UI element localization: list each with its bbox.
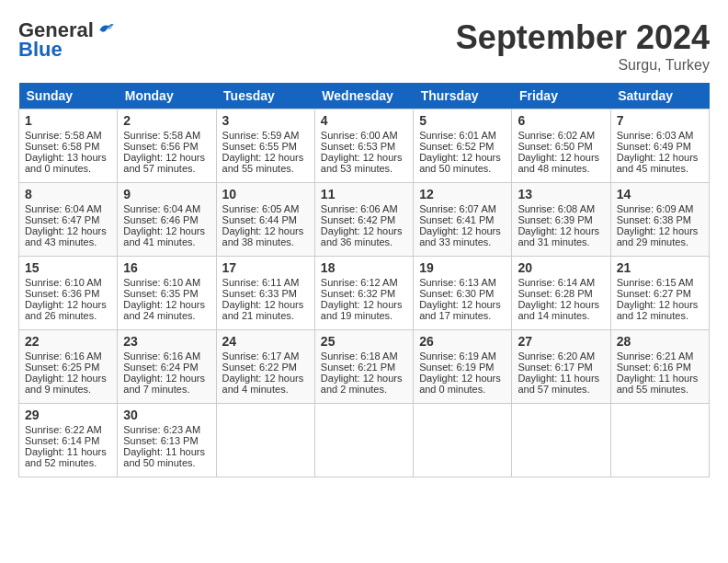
daylight-text: Daylight: 12 hours and 43 minutes. <box>25 225 107 247</box>
column-header-monday: Monday <box>118 83 216 109</box>
sunset-text: Sunset: 6:17 PM <box>518 362 592 373</box>
sunset-text: Sunset: 6:44 PM <box>222 214 297 225</box>
calendar-week-1: 1 Sunrise: 5:58 AM Sunset: 6:58 PM Dayli… <box>19 109 710 183</box>
calendar-week-5: 29 Sunrise: 6:22 AM Sunset: 6:14 PM Dayl… <box>19 404 710 477</box>
calendar-cell: 3 Sunrise: 5:59 AM Sunset: 6:55 PM Dayli… <box>216 109 314 183</box>
sunset-text: Sunset: 6:22 PM <box>222 362 297 373</box>
calendar-cell: 16 Sunrise: 6:10 AM Sunset: 6:35 PM Dayl… <box>118 257 216 330</box>
calendar-cell: 17 Sunrise: 6:11 AM Sunset: 6:33 PM Dayl… <box>216 257 314 330</box>
sunrise-text: Sunrise: 6:05 AM <box>222 203 300 214</box>
day-number: 13 <box>518 187 604 201</box>
calendar-cell: 4 Sunrise: 6:00 AM Sunset: 6:53 PM Dayli… <box>314 109 413 183</box>
calendar-week-4: 22 Sunrise: 6:16 AM Sunset: 6:25 PM Dayl… <box>19 330 710 404</box>
sunset-text: Sunset: 6:21 PM <box>321 362 395 373</box>
calendar-cell: 2 Sunrise: 5:58 AM Sunset: 6:56 PM Dayli… <box>118 109 216 183</box>
day-number: 26 <box>419 334 506 349</box>
daylight-text: Daylight: 12 hours and 7 minutes. <box>123 373 205 395</box>
daylight-text: Daylight: 12 hours and 19 minutes. <box>321 299 403 321</box>
day-number: 19 <box>419 260 506 275</box>
page-header: General Blue September 2024 Surgu, Turke… <box>18 18 710 74</box>
day-number: 18 <box>321 260 407 275</box>
calendar-cell: 1 Sunrise: 5:58 AM Sunset: 6:58 PM Dayli… <box>19 109 118 183</box>
daylight-text: Daylight: 11 hours and 50 minutes. <box>123 446 205 468</box>
sunset-text: Sunset: 6:24 PM <box>123 362 198 373</box>
calendar-cell: 26 Sunrise: 6:19 AM Sunset: 6:19 PM Dayl… <box>414 330 512 404</box>
sunrise-text: Sunrise: 5:58 AM <box>123 130 200 141</box>
sunrise-text: Sunrise: 6:17 AM <box>222 350 300 362</box>
day-number: 15 <box>25 260 111 275</box>
column-header-sunday: Sunday <box>19 83 118 109</box>
calendar-cell <box>414 404 512 477</box>
day-number: 28 <box>617 334 703 349</box>
daylight-text: Daylight: 12 hours and 14 minutes. <box>518 299 599 321</box>
calendar-cell: 10 Sunrise: 6:05 AM Sunset: 6:44 PM Dayl… <box>216 183 314 257</box>
sunrise-text: Sunrise: 6:11 AM <box>222 277 300 288</box>
sunset-text: Sunset: 6:42 PM <box>321 214 395 225</box>
day-number: 8 <box>25 187 111 201</box>
sunrise-text: Sunrise: 6:00 AM <box>321 130 398 141</box>
daylight-text: Daylight: 12 hours and 12 minutes. <box>617 299 699 321</box>
sunset-text: Sunset: 6:56 PM <box>123 141 198 152</box>
sunset-text: Sunset: 6:52 PM <box>419 141 494 152</box>
daylight-text: Daylight: 12 hours and 57 minutes. <box>123 152 205 174</box>
calendar-cell: 25 Sunrise: 6:18 AM Sunset: 6:21 PM Dayl… <box>314 330 413 404</box>
calendar-week-2: 8 Sunrise: 6:04 AM Sunset: 6:47 PM Dayli… <box>19 183 710 257</box>
day-number: 22 <box>25 334 111 349</box>
sunrise-text: Sunrise: 6:04 AM <box>123 203 200 214</box>
sunrise-text: Sunrise: 6:15 AM <box>617 277 694 288</box>
calendar-cell: 15 Sunrise: 6:10 AM Sunset: 6:36 PM Dayl… <box>19 257 118 330</box>
sunset-text: Sunset: 6:39 PM <box>518 214 592 225</box>
sunset-text: Sunset: 6:25 PM <box>25 362 99 373</box>
daylight-text: Daylight: 12 hours and 2 minutes. <box>321 373 403 395</box>
daylight-text: Daylight: 12 hours and 41 minutes. <box>123 225 205 247</box>
sunrise-text: Sunrise: 6:09 AM <box>617 203 694 214</box>
sunset-text: Sunset: 6:50 PM <box>518 141 592 152</box>
day-number: 23 <box>123 334 210 349</box>
sunrise-text: Sunrise: 6:02 AM <box>518 130 595 141</box>
day-number: 4 <box>321 113 407 128</box>
daylight-text: Daylight: 11 hours and 57 minutes. <box>518 373 599 395</box>
calendar-cell: 14 Sunrise: 6:09 AM Sunset: 6:38 PM Dayl… <box>610 183 709 257</box>
daylight-text: Daylight: 12 hours and 29 minutes. <box>617 225 699 247</box>
daylight-text: Daylight: 12 hours and 31 minutes. <box>518 225 599 247</box>
column-header-saturday: Saturday <box>610 83 709 109</box>
daylight-text: Daylight: 12 hours and 0 minutes. <box>419 373 501 395</box>
calendar-cell: 19 Sunrise: 6:13 AM Sunset: 6:30 PM Dayl… <box>414 257 512 330</box>
sunrise-text: Sunrise: 6:16 AM <box>123 350 200 362</box>
daylight-text: Daylight: 12 hours and 55 minutes. <box>222 152 304 174</box>
daylight-text: Daylight: 13 hours and 0 minutes. <box>25 152 107 174</box>
calendar-header-row: SundayMondayTuesdayWednesdayThursdayFrid… <box>19 83 710 109</box>
sunrise-text: Sunrise: 6:14 AM <box>518 277 595 288</box>
sunrise-text: Sunrise: 6:20 AM <box>518 350 595 362</box>
sunrise-text: Sunrise: 6:12 AM <box>321 277 398 288</box>
day-number: 17 <box>222 260 309 275</box>
day-number: 24 <box>222 334 309 349</box>
calendar-cell: 18 Sunrise: 6:12 AM Sunset: 6:32 PM Dayl… <box>314 257 413 330</box>
sunrise-text: Sunrise: 6:21 AM <box>617 350 694 362</box>
calendar-week-3: 15 Sunrise: 6:10 AM Sunset: 6:36 PM Dayl… <box>19 257 710 330</box>
sunset-text: Sunset: 6:53 PM <box>321 141 395 152</box>
sunset-text: Sunset: 6:14 PM <box>25 435 99 446</box>
calendar-cell <box>512 404 610 477</box>
day-number: 7 <box>617 113 703 128</box>
sunset-text: Sunset: 6:35 PM <box>123 288 198 299</box>
sunrise-text: Sunrise: 6:08 AM <box>518 203 595 214</box>
calendar-cell: 22 Sunrise: 6:16 AM Sunset: 6:25 PM Dayl… <box>19 330 118 404</box>
daylight-text: Daylight: 12 hours and 36 minutes. <box>321 225 403 247</box>
sunset-text: Sunset: 6:47 PM <box>25 214 99 225</box>
calendar-cell: 24 Sunrise: 6:17 AM Sunset: 6:22 PM Dayl… <box>216 330 314 404</box>
calendar-cell: 29 Sunrise: 6:22 AM Sunset: 6:14 PM Dayl… <box>19 404 118 477</box>
daylight-text: Daylight: 11 hours and 52 minutes. <box>25 446 107 468</box>
day-number: 25 <box>321 334 407 349</box>
daylight-text: Daylight: 12 hours and 38 minutes. <box>222 225 304 247</box>
calendar-cell: 23 Sunrise: 6:16 AM Sunset: 6:24 PM Dayl… <box>118 330 216 404</box>
calendar-cell <box>314 404 413 477</box>
sunrise-text: Sunrise: 6:13 AM <box>419 277 496 288</box>
sunrise-text: Sunrise: 6:07 AM <box>419 203 496 214</box>
day-number: 5 <box>419 113 506 128</box>
daylight-text: Daylight: 12 hours and 21 minutes. <box>222 299 304 321</box>
day-number: 10 <box>222 187 309 201</box>
sunset-text: Sunset: 6:49 PM <box>617 141 691 152</box>
day-number: 14 <box>617 187 703 201</box>
daylight-text: Daylight: 12 hours and 33 minutes. <box>419 225 501 247</box>
